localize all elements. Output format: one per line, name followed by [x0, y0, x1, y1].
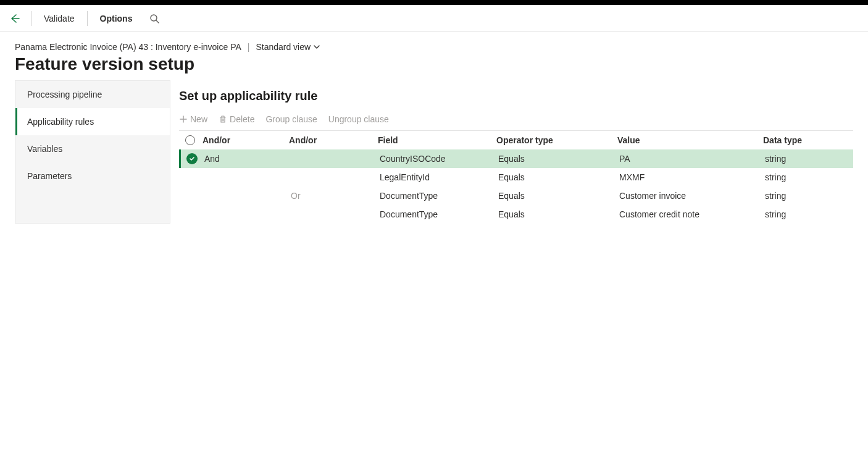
search-button[interactable] [144, 9, 164, 28]
main-panel: Set up applicability rule New Delete [170, 80, 853, 224]
chevron-down-icon [313, 43, 320, 51]
circle-icon [185, 135, 195, 145]
panel-title: Set up applicability rule [179, 89, 853, 103]
header-section: Panama Electronic Invoice (PA) 43 : Inve… [0, 32, 868, 80]
cell-field[interactable]: DocumentType [378, 191, 497, 201]
plus-icon [179, 115, 188, 124]
trash-icon [219, 115, 227, 124]
col-header-data-type[interactable]: Data type [762, 135, 853, 145]
view-selector[interactable]: Standard view [256, 42, 320, 52]
cell-operator[interactable]: Equals [497, 172, 618, 182]
group-clause-button[interactable]: Group clause [265, 114, 317, 124]
cell-andor2[interactable]: Or [290, 191, 378, 201]
divider [87, 11, 88, 26]
arrow-left-icon [9, 12, 21, 25]
cell-operator[interactable]: Equals [497, 191, 618, 201]
page-title: Feature version setup [15, 54, 853, 74]
grid-header-row: And/or And/or Field Operator type Value … [179, 131, 853, 149]
cell-data-type[interactable]: string [764, 172, 853, 182]
col-header-value[interactable]: Value [616, 135, 762, 145]
back-button[interactable] [5, 9, 25, 28]
col-header-field[interactable]: Field [377, 135, 495, 145]
col-header-andor2[interactable]: And/or [288, 135, 377, 145]
cell-data-type[interactable]: string [764, 154, 853, 164]
delete-label: Delete [230, 114, 254, 124]
svg-point-0 [151, 15, 157, 21]
cell-operator[interactable]: Equals [497, 154, 618, 164]
validate-button[interactable]: Validate [38, 10, 81, 27]
window-black-bar [0, 0, 868, 5]
table-row[interactable]: And CountryISOCode Equals PA string [179, 149, 853, 168]
row-select-cell[interactable] [181, 153, 203, 164]
breadcrumb-row: Panama Electronic Invoice (PA) 43 : Inve… [15, 42, 853, 52]
breadcrumb: Panama Electronic Invoice (PA) 43 : Inve… [15, 42, 241, 52]
sidebar-item-parameters[interactable]: Parameters [15, 162, 170, 190]
rules-grid: And/or And/or Field Operator type Value … [179, 130, 853, 224]
new-button[interactable]: New [179, 114, 207, 124]
cell-value[interactable]: PA [618, 154, 764, 164]
sidebar-item-processing-pipeline[interactable]: Processing pipeline [15, 81, 170, 108]
view-label: Standard view [256, 42, 311, 52]
sidebar-item-applicability-rules[interactable]: Applicability rules [15, 108, 170, 135]
table-row[interactable]: DocumentType Equals Customer credit note… [179, 205, 853, 224]
cell-field[interactable]: LegalEntityId [378, 172, 497, 182]
cell-data-type[interactable]: string [764, 191, 853, 201]
new-label: New [190, 114, 207, 124]
search-icon [149, 14, 159, 23]
table-row[interactable]: LegalEntityId Equals MXMF string [179, 168, 853, 187]
cell-value[interactable]: Customer credit note [618, 209, 764, 219]
options-button[interactable]: Options [94, 10, 139, 27]
cell-value[interactable]: Customer invoice [618, 191, 764, 201]
sidebar-item-variables[interactable]: Variables [15, 135, 170, 162]
svg-line-1 [156, 20, 159, 23]
action-bar: Validate Options [0, 5, 868, 32]
divider [31, 11, 31, 26]
ungroup-clause-label: Ungroup clause [328, 114, 389, 124]
cell-andor1[interactable]: And [203, 154, 290, 164]
toolbar: New Delete Group clause Ungroup clause [179, 114, 853, 130]
select-all-cell[interactable] [179, 135, 201, 145]
breadcrumb-separator: | [248, 42, 250, 52]
ungroup-clause-button[interactable]: Ungroup clause [328, 114, 389, 124]
cell-operator[interactable]: Equals [497, 209, 618, 219]
sidebar: Processing pipeline Applicability rules … [15, 80, 170, 224]
cell-field[interactable]: CountryISOCode [378, 154, 497, 164]
content-area: Processing pipeline Applicability rules … [0, 80, 868, 224]
cell-value[interactable]: MXMF [618, 172, 764, 182]
table-row[interactable]: Or DocumentType Equals Customer invoice … [179, 187, 853, 205]
col-header-operator[interactable]: Operator type [495, 135, 616, 145]
delete-button[interactable]: Delete [219, 114, 254, 124]
group-clause-label: Group clause [265, 114, 317, 124]
col-header-andor1[interactable]: And/or [201, 135, 288, 145]
cell-data-type[interactable]: string [764, 209, 853, 219]
checkmark-circle-icon [186, 153, 198, 164]
cell-field[interactable]: DocumentType [378, 209, 497, 219]
